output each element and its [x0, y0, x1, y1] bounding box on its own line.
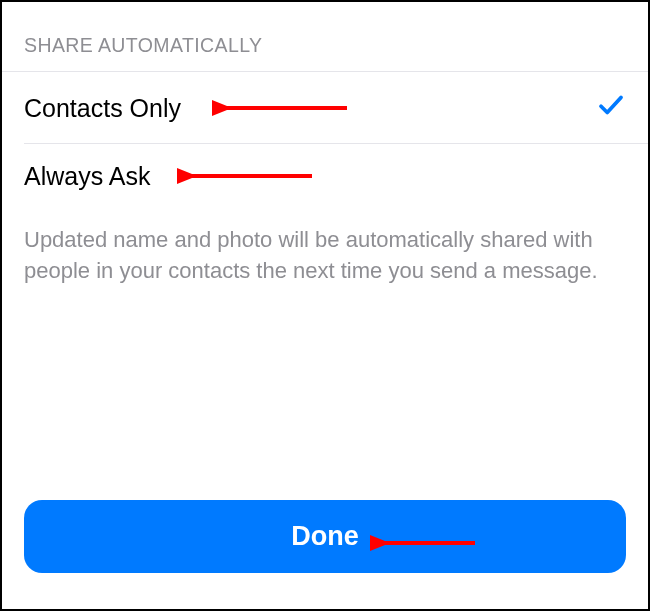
section-footer: Updated name and photo will be automatic… — [2, 209, 648, 303]
option-always-ask[interactable]: Always Ask — [2, 144, 648, 209]
section-header: SHARE AUTOMATICALLY — [2, 2, 648, 72]
checkmark-icon — [596, 90, 626, 126]
option-label: Always Ask — [24, 162, 150, 191]
done-button[interactable]: Done — [24, 500, 626, 573]
option-label: Contacts Only — [24, 94, 181, 123]
settings-panel: SHARE AUTOMATICALLY Contacts Only Always… — [2, 2, 648, 609]
option-contacts-only[interactable]: Contacts Only — [2, 72, 648, 144]
